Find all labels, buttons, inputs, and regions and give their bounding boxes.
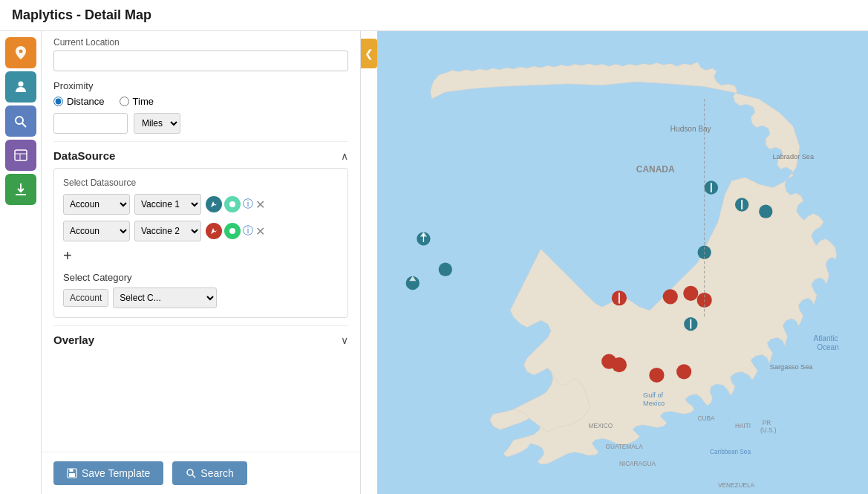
map-area: Hudson Bay Labrador Sea CANADA Atlantic … bbox=[377, 31, 868, 494]
svg-point-41 bbox=[759, 204, 772, 218]
svg-point-1 bbox=[19, 50, 22, 53]
datasource-section-header: DataSource ∧ bbox=[53, 141, 348, 168]
time-label: Time bbox=[133, 96, 154, 107]
category-row: Account Select C... bbox=[63, 287, 339, 308]
svg-point-45 bbox=[439, 263, 452, 276]
panel-footer: Save Template Search bbox=[42, 452, 360, 494]
sidebar-person-btn[interactable] bbox=[5, 71, 36, 103]
svg-text:CANADA: CANADA bbox=[636, 164, 675, 175]
color-icons-2: ⓘ ✕ bbox=[206, 223, 265, 239]
svg-point-10 bbox=[229, 228, 235, 234]
svg-rect-13 bbox=[69, 473, 75, 477]
svg-point-49 bbox=[683, 286, 698, 301]
app-container: Maplytics - Detail Map bbox=[0, 0, 868, 494]
datasource-box: Select Datasource Accoun Account Vaccine… bbox=[53, 168, 348, 318]
main-area: Current Location Proximity Distance Time bbox=[0, 31, 868, 494]
save-icon bbox=[67, 468, 77, 478]
app-title: Maplytics - Detail Map bbox=[12, 7, 151, 22]
current-location-input[interactable] bbox=[53, 51, 348, 71]
vaccine-select-1[interactable]: Vaccine 1 Vaccine 2 bbox=[134, 194, 201, 215]
svg-text:Ocean: Ocean bbox=[817, 343, 839, 351]
svg-text:(U.S.): (U.S.) bbox=[760, 427, 777, 434]
pin-color-2b[interactable] bbox=[224, 223, 241, 239]
select-category-label: Select Category bbox=[63, 272, 339, 283]
svg-point-3 bbox=[16, 117, 23, 124]
title-bar: Maplytics - Detail Map bbox=[0, 0, 868, 31]
svg-rect-12 bbox=[70, 469, 74, 472]
svg-point-14 bbox=[187, 469, 193, 475]
map-svg: Hudson Bay Labrador Sea CANADA Atlantic … bbox=[377, 31, 868, 494]
svg-text:CUBA: CUBA bbox=[697, 415, 714, 422]
svg-text:Gulf of: Gulf of bbox=[643, 391, 663, 399]
vaccine-select-2[interactable]: Vaccine 2 Vaccine 1 bbox=[134, 221, 201, 241]
svg-point-2 bbox=[18, 82, 23, 87]
proximity-section: Proximity Distance Time bbox=[53, 80, 348, 134]
distance-radio-label[interactable]: Distance bbox=[53, 96, 105, 107]
svg-text:MEXICO: MEXICO bbox=[589, 423, 613, 429]
search-label: Search bbox=[200, 467, 233, 479]
account-select-1[interactable]: Accoun Account bbox=[63, 194, 130, 215]
save-template-label: Save Template bbox=[82, 467, 150, 479]
svg-line-15 bbox=[192, 475, 195, 478]
distance-radio[interactable] bbox=[53, 97, 63, 106]
category-account-badge: Account bbox=[63, 289, 108, 307]
current-location-label: Current Location bbox=[53, 37, 348, 48]
sidebar-territory-btn[interactable] bbox=[5, 140, 36, 171]
datasource-row-1: Accoun Account Vaccine 1 Vaccine 2 bbox=[63, 194, 339, 215]
sidebar-mapsearch-btn[interactable] bbox=[5, 105, 36, 137]
account-select-2[interactable]: Accoun Account bbox=[63, 221, 130, 241]
svg-point-48 bbox=[663, 289, 678, 304]
color-icons-1: ⓘ ✕ bbox=[206, 196, 265, 212]
remove-icon-1[interactable]: ✕ bbox=[255, 198, 265, 212]
search-icon bbox=[186, 468, 196, 478]
pin-color-2a[interactable] bbox=[206, 223, 222, 239]
distance-value-input[interactable] bbox=[53, 113, 128, 134]
proximity-radio-row: Distance Time bbox=[53, 96, 348, 107]
svg-text:Caribbean Sea: Caribbean Sea bbox=[710, 449, 751, 455]
info-icon-2[interactable]: ⓘ bbox=[243, 224, 253, 238]
time-radio[interactable] bbox=[120, 97, 129, 106]
info-icon-1[interactable]: ⓘ bbox=[243, 198, 253, 211]
sidebar-download-btn[interactable] bbox=[5, 174, 36, 205]
svg-point-54 bbox=[676, 364, 691, 379]
category-select[interactable]: Select C... bbox=[113, 287, 217, 308]
svg-point-9 bbox=[229, 201, 235, 207]
remove-icon-2[interactable]: ✕ bbox=[255, 224, 265, 238]
datasource-title: DataSource bbox=[53, 149, 115, 162]
search-button[interactable]: Search bbox=[172, 461, 247, 485]
save-template-button[interactable]: Save Template bbox=[53, 461, 163, 485]
svg-text:Mexico: Mexico bbox=[643, 400, 665, 407]
current-location-section: Current Location bbox=[53, 31, 348, 80]
overlay-section-header: Overlay ∨ bbox=[53, 325, 348, 354]
left-panel: Current Location Proximity Distance Time bbox=[42, 31, 361, 494]
pin-color-1a[interactable] bbox=[206, 196, 222, 212]
svg-rect-5 bbox=[15, 150, 27, 160]
svg-text:GUATEMALA: GUATEMALA bbox=[606, 443, 644, 450]
distance-label: Distance bbox=[67, 96, 105, 107]
svg-text:PR: PR bbox=[763, 420, 771, 426]
icon-sidebar bbox=[0, 31, 42, 494]
svg-text:Hudson Bay: Hudson Bay bbox=[670, 125, 712, 133]
time-radio-label[interactable]: Time bbox=[120, 96, 154, 107]
svg-text:HAITI: HAITI bbox=[735, 423, 751, 429]
sidebar-location-btn[interactable] bbox=[5, 37, 36, 68]
miles-select[interactable]: Miles Km bbox=[134, 113, 180, 134]
svg-point-52 bbox=[612, 357, 627, 372]
overlay-chevron[interactable]: ∨ bbox=[341, 334, 348, 346]
datasource-row-2: Accoun Account Vaccine 2 Vaccine 1 bbox=[63, 221, 339, 241]
datasource-chevron[interactable]: ∧ bbox=[341, 150, 348, 162]
svg-text:Sargasso Sea: Sargasso Sea bbox=[770, 363, 814, 371]
svg-text:Atlantic: Atlantic bbox=[814, 334, 838, 342]
overlay-title: Overlay bbox=[53, 334, 94, 346]
distance-row: Miles Km bbox=[53, 113, 348, 134]
pin-color-1b[interactable] bbox=[224, 196, 241, 212]
svg-text:NICARAGUA: NICARAGUA bbox=[619, 461, 656, 467]
proximity-title: Proximity bbox=[53, 80, 348, 91]
panel-collapse-toggle[interactable]: ❮ bbox=[361, 39, 377, 68]
select-datasource-label: Select Datasource bbox=[63, 178, 339, 188]
svg-text:Labrador Sea: Labrador Sea bbox=[772, 153, 814, 160]
svg-line-4 bbox=[22, 123, 26, 127]
add-datasource-btn[interactable]: + bbox=[63, 247, 339, 264]
svg-point-53 bbox=[649, 368, 664, 383]
svg-text:VENEZUELA: VENEZUELA bbox=[718, 482, 755, 489]
